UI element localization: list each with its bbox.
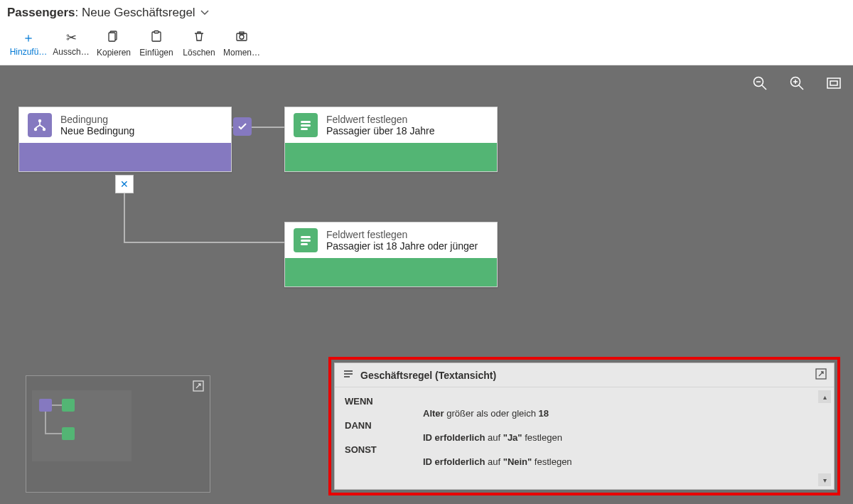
- rule-else-row: SONST: [345, 444, 824, 455]
- action-node-false[interactable]: Feldwert festlegen Passagier ist 18 Jahr…: [284, 222, 498, 287]
- copy-icon: [107, 30, 120, 45]
- node-type-label: Bedingung: [60, 114, 134, 126]
- svg-rect-23: [301, 240, 311, 242]
- clipboard-icon: [150, 30, 163, 45]
- svg-rect-1: [109, 33, 115, 41]
- rule-when-row: WENN: [345, 396, 824, 407]
- paste-button[interactable]: Einfügen: [135, 24, 178, 64]
- zoom-in-button[interactable]: [789, 75, 805, 91]
- trash-icon: [193, 30, 205, 45]
- svg-rect-14: [827, 78, 840, 88]
- rule-when-clause: Alter größer als oder gleich 18: [345, 408, 824, 419]
- svg-point-17: [34, 128, 37, 131]
- expand-icon[interactable]: [193, 380, 204, 394]
- checkmark-icon[interactable]: [233, 117, 252, 136]
- node-header: Bedingung Neue Bedingung: [19, 107, 231, 143]
- action-node-true[interactable]: Feldwert festlegen Passagier über 18 Jah…: [284, 107, 498, 172]
- svg-rect-20: [301, 124, 311, 127]
- node-name-label: Passagier ist 18 Jahre oder jünger: [326, 240, 478, 252]
- node-type-label: Feldwert festlegen: [326, 229, 478, 241]
- panel-header: Geschäftsregel (Textansicht): [335, 363, 834, 387]
- cut-button[interactable]: ✂ Aussch…: [50, 24, 92, 64]
- list-icon: [342, 368, 355, 382]
- else-keyword: SONST: [345, 444, 423, 455]
- delete-button[interactable]: Löschen: [178, 24, 220, 64]
- node-type-label: Feldwert festlegen: [326, 114, 435, 126]
- svg-line-8: [762, 85, 766, 90]
- when-keyword: WENN: [345, 396, 423, 407]
- minimap-line: [45, 412, 46, 434]
- svg-rect-19: [301, 121, 311, 123]
- rule-name: Neue Geschäftsregel: [82, 6, 195, 19]
- minimap-node: [62, 399, 75, 412]
- scissors-icon: ✂: [66, 31, 77, 44]
- copy-button[interactable]: Kopieren: [92, 24, 135, 64]
- svg-rect-3: [154, 31, 159, 33]
- designer-canvas[interactable]: ✕ Bedingung Neue Bedingung Feldwert fest…: [0, 65, 853, 504]
- node-header: Feldwert festlegen Passagier über 18 Jah…: [285, 107, 497, 143]
- entity-name: Passengers: [7, 6, 75, 19]
- camera-icon: [235, 30, 248, 45]
- svg-line-11: [799, 85, 803, 90]
- x-icon[interactable]: ✕: [115, 175, 134, 193]
- page-title[interactable]: Passengers: Neue Geschäftsregel: [7, 6, 195, 20]
- condition-node[interactable]: Bedingung Neue Bedingung: [18, 107, 232, 172]
- panel-body: ▴ ▾ WENN Alter größer als oder gleich 18…: [335, 387, 834, 489]
- then-keyword: DANN: [345, 420, 423, 431]
- popout-icon[interactable]: [815, 368, 827, 382]
- minimap-line: [52, 404, 62, 406]
- text-view-panel: Geschäftsregel (Textansicht) ▴ ▾ WENN Al…: [334, 363, 835, 490]
- rule-then-row: DANN: [345, 420, 824, 431]
- connector-line: [124, 242, 284, 243]
- svg-rect-22: [301, 236, 311, 238]
- rule-else-clause: ID erfolderlich auf "Nein" festlegen: [345, 456, 824, 467]
- add-button[interactable]: ＋ Hinzufü…: [7, 24, 50, 64]
- rule-then-clause: ID erfolderlich auf "Ja" festlegen: [345, 432, 824, 443]
- minimap-node: [62, 427, 75, 440]
- svg-rect-21: [301, 128, 308, 130]
- node-footer: [19, 143, 231, 171]
- minimap-node: [39, 399, 52, 412]
- scroll-up-button[interactable]: ▴: [818, 390, 831, 403]
- condition-icon: [28, 113, 52, 137]
- set-value-icon: [294, 113, 318, 137]
- scroll-down-button[interactable]: ▾: [818, 473, 831, 486]
- node-header: Feldwert festlegen Passagier ist 18 Jahr…: [285, 222, 497, 258]
- zoom-controls: [752, 75, 842, 91]
- node-footer: [285, 258, 497, 286]
- highlight-box: Geschäftsregel (Textansicht) ▴ ▾ WENN Al…: [328, 357, 840, 495]
- plus-icon: ＋: [22, 31, 35, 44]
- node-name-label: Neue Bedingung: [60, 125, 134, 136]
- minimap-line: [45, 433, 62, 434]
- svg-rect-15: [830, 81, 837, 85]
- minimap-viewport[interactable]: [32, 390, 132, 461]
- set-value-icon: [294, 228, 318, 252]
- svg-point-18: [43, 128, 45, 131]
- toolbar: ＋ Hinzufü… ✂ Aussch… Kopieren Einfügen L…: [0, 23, 853, 65]
- snapshot-button[interactable]: Momen…: [220, 24, 263, 64]
- node-name-label: Passagier über 18 Jahre: [326, 125, 435, 136]
- node-footer: [285, 143, 497, 171]
- chevron-down-icon[interactable]: [200, 7, 210, 19]
- zoom-out-button[interactable]: [752, 75, 768, 91]
- svg-point-5: [240, 35, 244, 39]
- fit-to-screen-button[interactable]: [826, 75, 842, 91]
- svg-point-16: [38, 119, 41, 122]
- minimap[interactable]: [26, 375, 210, 493]
- panel-title: Geschäftsregel (Textansicht): [360, 370, 496, 381]
- page-header: Passengers: Neue Geschäftsregel: [0, 0, 853, 23]
- svg-rect-24: [301, 243, 308, 245]
